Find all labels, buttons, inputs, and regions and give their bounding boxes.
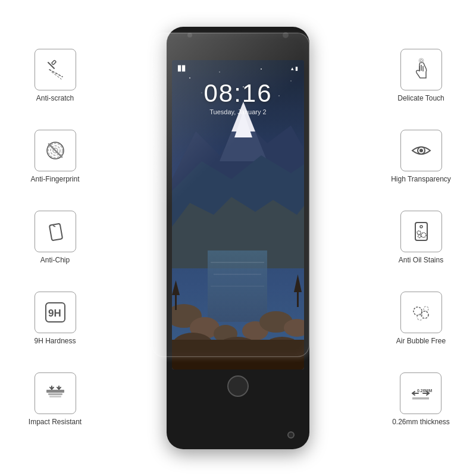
thickness-label: 0.26mm thickness [392, 418, 450, 427]
9h-icon: 9H [43, 300, 67, 324]
svg-rect-15 [48, 393, 62, 395]
svg-rect-1 [51, 60, 56, 65]
feature-anti-fingerprint: Anti-Fingerprint [30, 130, 79, 184]
impact-resistant-icon-box [35, 372, 76, 414]
9h-hardness-label: 9H Hardness [34, 337, 76, 346]
battery-icon: ▮ [295, 65, 298, 71]
svg-point-62 [422, 148, 424, 150]
status-left: ▊▊ [178, 65, 186, 71]
phone-body: 08:16 Tuesday, January 2 ▊▊ ▴ ▮ [167, 27, 309, 449]
bubble-icon [409, 300, 433, 324]
clock-date: Tuesday, January 2 [172, 108, 304, 115]
svg-point-65 [417, 231, 421, 234]
phone-area: 08:16 Tuesday, January 2 ▊▊ ▴ ▮ [143, 18, 333, 458]
anti-fingerprint-icon-box [35, 130, 76, 171]
feature-high-transparency: High Transparency [391, 130, 451, 184]
9h-hardness-icon-box: 9H [35, 292, 76, 333]
svg-rect-50 [172, 340, 304, 369]
impact-icon [43, 381, 67, 405]
feature-impact-resistant: Impact Resistant [29, 372, 82, 427]
svg-point-64 [420, 226, 422, 228]
feature-delicate-touch: Delicate Touch [397, 49, 444, 104]
feature-anti-oil-stains: Anti Oil Stains [399, 211, 443, 265]
clock-time: 08:16 [172, 81, 304, 106]
touch-icon [409, 58, 433, 82]
anti-scratch-label: Anti-scratch [36, 94, 74, 104]
status-bar: ▊▊ ▴ ▮ [172, 60, 304, 77]
high-transparency-label: High Transparency [391, 175, 451, 184]
feature-9h-hardness: 9H 9H Hardness [34, 292, 76, 346]
thickness-icon-box: 0.26MM [400, 372, 441, 414]
svg-line-2 [49, 70, 62, 77]
svg-rect-10 [49, 224, 62, 241]
anti-fingerprint-label: Anti-Fingerprint [30, 175, 79, 184]
anti-scratch-icon-box [35, 49, 76, 90]
feature-anti-scratch: Anti-scratch [35, 49, 76, 104]
home-button[interactable] [227, 375, 249, 397]
svg-point-24 [189, 77, 190, 79]
main-container: Anti-scratch Anti-Fingerprint [0, 0, 476, 476]
anti-oil-stains-label: Anti Oil Stains [399, 256, 443, 265]
svg-point-67 [418, 235, 421, 238]
svg-line-11 [53, 226, 55, 227]
front-camera [234, 29, 242, 37]
wifi-icon: ▴ [291, 65, 294, 71]
fingerprint-icon [43, 139, 67, 162]
right-features-column: Delicate Touch High Transparency [372, 36, 470, 440]
thickness-icon: 0.26MM [409, 381, 433, 405]
scratch-icon [43, 58, 67, 82]
feature-thickness: 0.26MM 0.26mm thickness [392, 372, 450, 427]
svg-rect-14 [46, 390, 64, 393]
eye-icon [409, 139, 433, 162]
phone-screen: 08:16 Tuesday, January 2 ▊▊ ▴ ▮ [172, 60, 304, 369]
air-bubble-free-label: Air Bubble Free [396, 337, 446, 346]
anti-oil-stains-icon-box [400, 211, 442, 252]
air-bubble-free-icon-box [400, 292, 442, 333]
delicate-touch-label: Delicate Touch [397, 94, 444, 104]
chip-icon [43, 220, 67, 243]
impact-resistant-label: Impact Resistant [29, 418, 82, 427]
svg-point-66 [421, 233, 426, 237]
anti-chip-label: Anti-Chip [40, 256, 70, 265]
anti-chip-icon-box [35, 211, 76, 252]
phone-top [167, 27, 309, 43]
svg-point-68 [414, 307, 422, 315]
status-right: ▴ ▮ [291, 65, 298, 71]
oil-icon [409, 220, 433, 243]
signal-icon: ▊▊ [178, 65, 186, 71]
camera-dot [283, 32, 289, 38]
svg-text:9H: 9H [48, 308, 61, 319]
high-transparency-icon-box [400, 130, 442, 171]
feature-air-bubble-free: Air Bubble Free [396, 292, 446, 346]
svg-point-58 [420, 60, 422, 62]
svg-line-0 [48, 62, 54, 68]
left-features-column: Anti-scratch Anti-Fingerprint [6, 36, 104, 440]
speaker-dot [187, 33, 192, 37]
feature-anti-chip: Anti-Chip [35, 211, 76, 265]
camera-bottom [287, 431, 295, 439]
svg-text:0.26MM: 0.26MM [417, 389, 432, 393]
clock-overlay: 08:16 Tuesday, January 2 [172, 81, 304, 115]
svg-rect-16 [49, 396, 61, 397]
delicate-touch-icon-box [400, 49, 442, 90]
svg-point-71 [424, 306, 428, 311]
